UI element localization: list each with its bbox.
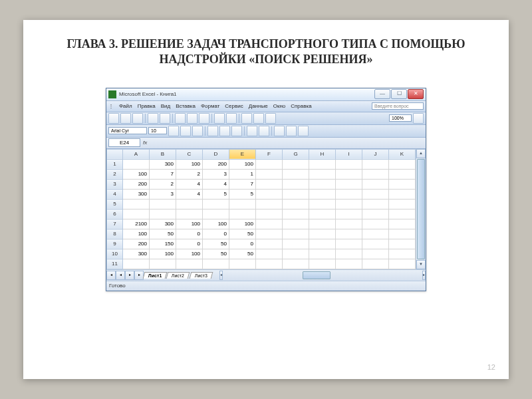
- cell[interactable]: [362, 159, 389, 169]
- cell[interactable]: [283, 239, 309, 249]
- cell[interactable]: 100: [229, 159, 256, 169]
- cell[interactable]: [283, 259, 309, 269]
- percent-button[interactable]: [259, 126, 269, 136]
- cell[interactable]: [336, 239, 362, 249]
- select-all-corner[interactable]: [107, 149, 123, 159]
- cell[interactable]: 100: [150, 249, 176, 259]
- open-button[interactable]: [120, 113, 131, 124]
- undo-button[interactable]: [214, 113, 225, 124]
- bold-button[interactable]: [168, 126, 179, 136]
- cell[interactable]: [336, 179, 362, 189]
- cell[interactable]: [362, 249, 389, 259]
- cell[interactable]: 50: [229, 229, 256, 239]
- menu-insert[interactable]: Вставка: [176, 103, 196, 109]
- cell[interactable]: 2100: [123, 219, 150, 229]
- horizontal-scrollbar[interactable]: ◂ ▸: [219, 271, 426, 280]
- cell[interactable]: [283, 169, 309, 179]
- row-header[interactable]: 6: [107, 209, 123, 219]
- cell[interactable]: [389, 239, 416, 249]
- col-header[interactable]: H: [309, 149, 336, 159]
- cell[interactable]: [389, 229, 416, 239]
- cell[interactable]: [362, 239, 389, 249]
- cell[interactable]: [256, 239, 283, 249]
- cell[interactable]: [283, 249, 309, 259]
- redo-button[interactable]: [226, 113, 237, 124]
- row-header[interactable]: 9: [107, 239, 123, 249]
- borders-button[interactable]: [274, 126, 285, 136]
- cell[interactable]: [309, 189, 336, 199]
- cell[interactable]: 100: [176, 219, 203, 229]
- cut-button[interactable]: [175, 113, 186, 124]
- tab-next-icon[interactable]: ▸: [125, 271, 134, 280]
- cell[interactable]: [309, 229, 336, 239]
- vertical-scrollbar[interactable]: ▲ ▼: [416, 149, 426, 269]
- fx-icon[interactable]: fx: [143, 140, 147, 146]
- cell[interactable]: [336, 219, 362, 229]
- cell[interactable]: 300: [123, 249, 150, 259]
- cell[interactable]: [283, 189, 309, 199]
- cell[interactable]: 3: [150, 189, 176, 199]
- cell[interactable]: [336, 209, 362, 219]
- cell[interactable]: [336, 189, 362, 199]
- cell[interactable]: 300: [150, 219, 176, 229]
- menu-help[interactable]: Справка: [291, 103, 311, 109]
- cell[interactable]: [123, 159, 150, 169]
- cell[interactable]: 3: [203, 169, 229, 179]
- spreadsheet-grid[interactable]: ABCDEFGHIJK 1300100200100210072313200244…: [106, 149, 416, 269]
- cell[interactable]: [123, 199, 150, 209]
- cell[interactable]: [336, 259, 362, 269]
- menu-data[interactable]: Данные: [249, 103, 268, 109]
- help-search-input[interactable]: Введите вопрос: [372, 102, 424, 110]
- cell[interactable]: [283, 209, 309, 219]
- scroll-up-icon[interactable]: ▲: [416, 149, 426, 158]
- cell[interactable]: [336, 199, 362, 209]
- row-header[interactable]: 4: [107, 189, 123, 199]
- col-header[interactable]: F: [256, 149, 283, 159]
- cell[interactable]: 200: [123, 239, 150, 249]
- cell[interactable]: [389, 259, 416, 269]
- cell[interactable]: [362, 229, 389, 239]
- cell[interactable]: [150, 199, 176, 209]
- cell[interactable]: [309, 199, 336, 209]
- cell[interactable]: [309, 169, 336, 179]
- cell[interactable]: 7: [150, 169, 176, 179]
- cell[interactable]: [176, 199, 203, 209]
- save-button[interactable]: [132, 113, 143, 124]
- scroll-right-icon[interactable]: ▸: [422, 271, 426, 280]
- scroll-left-icon[interactable]: ◂: [219, 271, 223, 280]
- menu-edit[interactable]: Правка: [138, 103, 156, 109]
- menu-tools[interactable]: Сервис: [225, 103, 243, 109]
- cell[interactable]: 4: [176, 179, 203, 189]
- cell[interactable]: [362, 219, 389, 229]
- cell[interactable]: [256, 159, 283, 169]
- cell[interactable]: [309, 239, 336, 249]
- align-center-button[interactable]: [219, 126, 230, 136]
- cell[interactable]: [336, 169, 362, 179]
- cell[interactable]: [389, 169, 416, 179]
- new-button[interactable]: [108, 113, 119, 124]
- cell[interactable]: [389, 179, 416, 189]
- cell[interactable]: 150: [150, 239, 176, 249]
- preview-button[interactable]: [160, 113, 170, 124]
- row-header[interactable]: 7: [107, 219, 123, 229]
- align-left-button[interactable]: [207, 126, 218, 136]
- cell[interactable]: 4: [176, 189, 203, 199]
- hscroll-thumb[interactable]: [303, 271, 331, 279]
- cell[interactable]: [256, 199, 283, 209]
- cell[interactable]: 50: [203, 249, 229, 259]
- cell[interactable]: [150, 259, 176, 269]
- scroll-down-icon[interactable]: ▼: [416, 260, 426, 269]
- col-header[interactable]: G: [283, 149, 309, 159]
- cell[interactable]: [362, 189, 389, 199]
- cell[interactable]: [336, 249, 362, 259]
- cell[interactable]: [283, 179, 309, 189]
- cell[interactable]: [309, 219, 336, 229]
- cell[interactable]: 2: [150, 179, 176, 189]
- cell[interactable]: 50: [229, 249, 256, 259]
- chart-button[interactable]: [265, 113, 276, 124]
- cell[interactable]: 5: [203, 189, 229, 199]
- cell[interactable]: [123, 259, 150, 269]
- cell[interactable]: [283, 219, 309, 229]
- cell[interactable]: [176, 259, 203, 269]
- col-header[interactable]: E: [229, 149, 256, 159]
